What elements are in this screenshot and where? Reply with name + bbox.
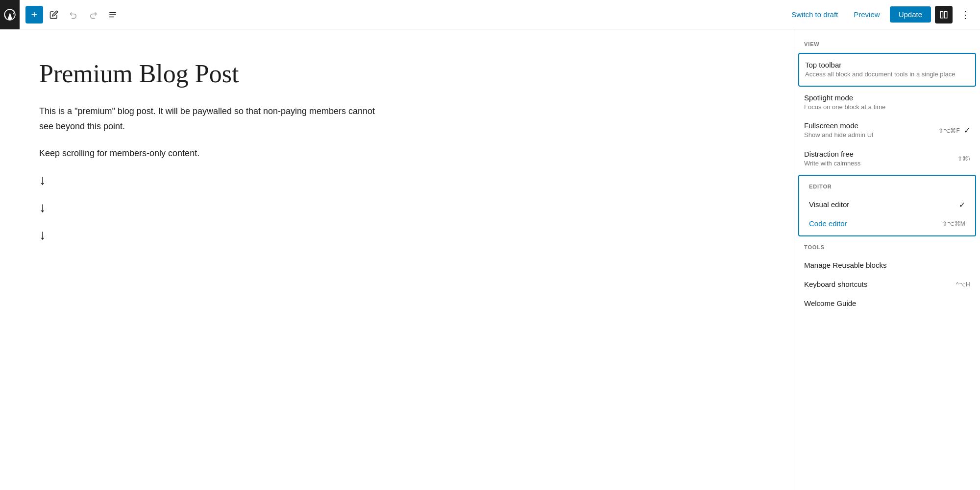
manage-reusable-blocks-left: Manage Reusable blocks	[804, 261, 886, 270]
paragraph-2: Keep scrolling for members-only content.	[39, 146, 382, 161]
editor-section-highlighted: EDITOR Visual editor ✓ Code editor ⇧⌥⌘M	[798, 175, 976, 236]
visual-editor-left: Visual editor	[809, 200, 849, 210]
keyboard-shortcuts-title: Keyboard shortcuts	[804, 280, 867, 288]
top-toolbar-desc: Access all block and document tools in a…	[805, 70, 969, 79]
post-body: This is a "premium" blog post. It will b…	[39, 104, 755, 243]
distraction-free-title: Distraction free	[804, 150, 860, 158]
manage-reusable-blocks-title: Manage Reusable blocks	[804, 261, 886, 269]
add-block-button[interactable]: +	[25, 6, 43, 23]
code-editor-left: Code editor	[809, 219, 847, 229]
svg-rect-3	[940, 11, 943, 18]
paragraph-1: This is a "premium" blog post. It will b…	[39, 104, 382, 134]
editor-section-label: EDITOR	[799, 178, 975, 195]
code-editor-menu-item[interactable]: Code editor ⇧⌥⌘M	[799, 214, 975, 233]
manage-reusable-blocks-item[interactable]: Manage Reusable blocks	[794, 256, 980, 275]
toolbar-right: Switch to draft Preview Update ⋮	[785, 6, 974, 23]
top-toolbar-menu-item[interactable]: Top toolbar Access all block and documen…	[799, 56, 975, 84]
distraction-free-shortcut: ⇧⌘\	[957, 155, 970, 162]
fullscreen-mode-desc: Show and hide admin UI	[804, 131, 874, 140]
visual-editor-title: Visual editor	[809, 200, 849, 209]
distraction-free-desc: Write with calmness	[804, 159, 860, 168]
view-section-label: VIEW	[794, 37, 980, 53]
wp-logo	[0, 0, 20, 29]
spotlight-mode-desc: Focus on one block at a time	[804, 103, 970, 112]
tools-section-label: TOOLS	[794, 240, 980, 256]
keyboard-shortcuts-left: Keyboard shortcuts	[804, 280, 867, 289]
view-section-highlighted: Top toolbar Access all block and documen…	[798, 53, 976, 87]
keyboard-shortcuts-right: ^⌥H	[956, 281, 970, 288]
redo-button[interactable]	[84, 6, 102, 23]
undo-button[interactable]	[65, 6, 82, 23]
svg-rect-4	[945, 11, 947, 18]
fullscreen-mode-shortcut: ⇧⌥⌘F	[938, 127, 960, 134]
main-area: Premium Blog Post This is a "premium" bl…	[0, 29, 980, 490]
arrow-down-1: ↓	[39, 172, 755, 188]
update-button[interactable]: Update	[890, 6, 931, 23]
toolbar: + S	[0, 0, 980, 29]
preview-button[interactable]: Preview	[848, 7, 885, 22]
fullscreen-mode-title: Fullscreen mode	[804, 121, 874, 130]
distraction-free-left: Distraction free Write with calmness	[804, 150, 860, 168]
switch-to-draft-button[interactable]: Switch to draft	[785, 7, 844, 22]
visual-editor-check: ✓	[959, 200, 965, 210]
code-editor-title: Code editor	[809, 219, 847, 228]
visual-editor-menu-item[interactable]: Visual editor ✓	[799, 195, 975, 214]
edit-tool-button[interactable]	[45, 6, 63, 23]
top-toolbar-title: Top toolbar	[805, 61, 969, 69]
fullscreen-mode-menu-item[interactable]: Fullscreen mode Show and hide admin UI ⇧…	[794, 117, 980, 144]
distraction-free-menu-item[interactable]: Distraction free Write with calmness ⇧⌘\	[794, 145, 980, 173]
distraction-free-right: ⇧⌘\	[957, 155, 970, 162]
arrow-down-2: ↓	[39, 200, 755, 215]
welcome-guide-title: Welcome Guide	[804, 299, 856, 307]
keyboard-shortcuts-shortcut: ^⌥H	[956, 281, 970, 288]
editor-content: Premium Blog Post This is a "premium" bl…	[0, 29, 794, 490]
welcome-guide-left: Welcome Guide	[804, 299, 856, 308]
fullscreen-mode-left: Fullscreen mode Show and hide admin UI	[804, 121, 874, 140]
options-dropdown-panel: VIEW Top toolbar Access all block and do…	[794, 29, 980, 490]
code-editor-right: ⇧⌥⌘M	[942, 220, 965, 227]
fullscreen-mode-check: ✓	[964, 126, 970, 135]
spotlight-mode-title: Spotlight mode	[804, 93, 970, 102]
keyboard-shortcuts-item[interactable]: Keyboard shortcuts ^⌥H	[794, 275, 980, 294]
post-title: Premium Blog Post	[39, 59, 755, 89]
arrow-down-3: ↓	[39, 227, 755, 243]
spotlight-mode-menu-item[interactable]: Spotlight mode Focus on one block at a t…	[794, 89, 980, 117]
fullscreen-mode-right: ⇧⌥⌘F ✓	[938, 126, 970, 135]
toolbar-left: +	[6, 0, 785, 29]
settings-panel-button[interactable]	[935, 6, 953, 23]
code-editor-shortcut: ⇧⌥⌘M	[942, 220, 965, 227]
welcome-guide-item[interactable]: Welcome Guide	[794, 294, 980, 313]
list-view-button[interactable]	[104, 6, 122, 23]
visual-editor-right: ✓	[959, 200, 965, 210]
more-options-button[interactable]: ⋮	[956, 6, 974, 23]
